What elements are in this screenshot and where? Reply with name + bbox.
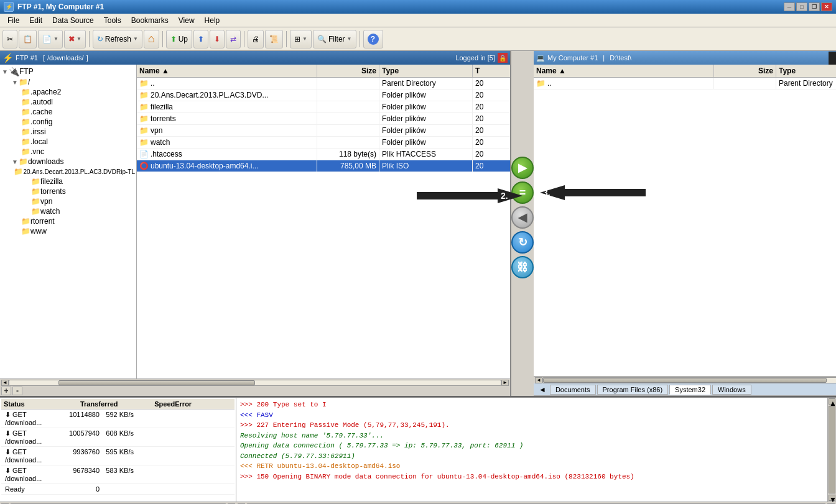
help-icon: ? bbox=[368, 34, 379, 45]
tree-item-downloads[interactable]: ▼ 📁 downloads bbox=[1, 157, 135, 167]
tree-item-rtorrent[interactable]: 📁 rtorrent bbox=[1, 216, 135, 226]
menu-bookmarks[interactable]: Bookmarks bbox=[126, 15, 174, 26]
download-button[interactable]: ⬇ bbox=[210, 30, 225, 48]
right-col-type[interactable]: Type bbox=[776, 65, 836, 77]
transfer-row-ready[interactable]: Ready 0 bbox=[1, 484, 235, 495]
transfer-row-2[interactable]: ⬇ GET /download... 10057940 608 KB/s bbox=[1, 428, 235, 447]
transfer-right-button[interactable]: ▶ bbox=[511, 157, 534, 179]
menu-datasource[interactable]: Data Source bbox=[47, 15, 99, 26]
ftp-file-row-filezilla[interactable]: 📁 filezilla Folder plików 20 bbox=[137, 101, 510, 113]
right-col-size[interactable]: Size bbox=[714, 65, 776, 77]
tree-item-torrents[interactable]: 📁 torrents bbox=[1, 186, 135, 196]
transfer-row-3[interactable]: ⬇ GET /download... 9936760 595 KB/s bbox=[1, 447, 235, 465]
breadcrumb-system32[interactable]: System32 bbox=[669, 385, 711, 395]
ftp-panel-header: ⚡ FTP #1 [ /downloads/ ] Logged in [5] 🔒 bbox=[0, 51, 510, 65]
ftp-lock-button[interactable]: 🔒 bbox=[498, 53, 508, 63]
tree-item-apache2[interactable]: 📁 .apache2 bbox=[1, 87, 135, 97]
tree-item-cache[interactable]: 📁 .cache bbox=[1, 107, 135, 117]
maximize-btn[interactable]: □ bbox=[796, 2, 807, 11]
minimize-btn[interactable]: ─ bbox=[784, 2, 795, 11]
right-scrollbar-thumb[interactable] bbox=[543, 378, 827, 383]
filter-button[interactable]: 🔍 Filter ▼ bbox=[313, 30, 356, 48]
breadcrumb-documents[interactable]: Documents bbox=[550, 385, 596, 395]
tree-item-ftp[interactable]: ▼ 🔌 FTP bbox=[1, 66, 135, 77]
refresh-center-button[interactable]: ↻ bbox=[511, 231, 534, 254]
right-col-name[interactable]: Name ▲ bbox=[534, 65, 714, 77]
history-button[interactable]: 📜 bbox=[265, 30, 283, 48]
ftp-scroll-right[interactable]: ► bbox=[501, 380, 509, 386]
ftp-file-name-20ans: 📁 20.Ans.Decart.2013.PL.AC3.DVD... bbox=[137, 89, 317, 101]
right-file-row-parent[interactable]: 📁 .. Parent Directory bbox=[534, 78, 836, 89]
breadcrumb-programfiles[interactable]: Program Files (x86) bbox=[597, 385, 669, 395]
transfer-left-button[interactable]: ◀ bbox=[511, 206, 534, 229]
help-button[interactable]: ? bbox=[363, 30, 383, 48]
right-scrollbar-h[interactable] bbox=[542, 377, 836, 383]
tree-item-root[interactable]: ▼ 📁 / bbox=[1, 77, 135, 87]
tree-item-vpn[interactable]: 📁 vpn bbox=[1, 196, 135, 206]
right-panel-path: D:\test\ bbox=[610, 54, 631, 62]
tree-item-filezilla[interactable]: 📁 filezilla bbox=[1, 176, 135, 186]
ftp-col-size[interactable]: Size bbox=[317, 65, 379, 77]
ftp-scrollbar-thumb[interactable] bbox=[58, 380, 255, 385]
ftp-scrollbar-h[interactable] bbox=[9, 380, 501, 386]
up-button[interactable]: ⬆ Up bbox=[166, 30, 192, 48]
ftp-add-btn[interactable]: + bbox=[1, 387, 11, 395]
tree-item-autodl[interactable]: 📁 .autodl bbox=[1, 97, 135, 107]
link-button[interactable]: ⛓ bbox=[511, 256, 534, 278]
folder-icon-vpn: 📁 bbox=[31, 197, 40, 206]
folder-label-www: www bbox=[30, 227, 47, 236]
tree-item-local[interactable]: 📁 .local bbox=[1, 137, 135, 147]
transfer-row-4[interactable]: ⬇ GET /download... 9678340 583 KB/s bbox=[1, 465, 235, 484]
tree-item-www[interactable]: 📁 www bbox=[1, 226, 135, 236]
log-scrollbar[interactable]: ▲ ▼ bbox=[827, 398, 836, 502]
refresh-button[interactable]: ↻ Refresh ▼ bbox=[93, 30, 142, 48]
log-scroll-down[interactable]: ▼ bbox=[829, 495, 835, 501]
print-button[interactable]: 🖨 bbox=[248, 30, 264, 48]
ftp-panel-path-text: /downloads/ bbox=[47, 54, 84, 62]
tree-item-config[interactable]: 📁 .config bbox=[1, 117, 135, 127]
folder-icon-row-filezilla: 📁 bbox=[139, 103, 149, 111]
ftp-scroll-left[interactable]: ◄ bbox=[1, 380, 9, 386]
right-panel: 💻 My Computer #1 | D:\test\ 1. D: ▼ ⊞ Na… bbox=[534, 51, 836, 396]
paste-button[interactable]: 📄 ▼ bbox=[38, 30, 63, 48]
t-error-3 bbox=[136, 447, 233, 464]
ftp-file-row-torrents[interactable]: 📁 torrents Folder plików 20 bbox=[137, 113, 510, 125]
log-scroll-up[interactable]: ▲ bbox=[829, 398, 835, 405]
sync-button[interactable]: ⇄ bbox=[226, 30, 241, 48]
menu-edit[interactable]: Edit bbox=[24, 15, 47, 26]
ftp-file-row-parent[interactable]: 📁 .. Parent Directory 20 bbox=[137, 78, 510, 89]
home-button[interactable]: ⌂ bbox=[144, 30, 159, 48]
breadcrumb-windows[interactable]: Windows bbox=[712, 385, 751, 395]
log-scroll-thumb[interactable] bbox=[829, 406, 835, 493]
ftp-col-name[interactable]: Name ▲ bbox=[137, 65, 317, 77]
ftp-tree-view[interactable]: ▼ 🔌 FTP ▼ 📁 / 📁 .apache2 bbox=[0, 65, 137, 378]
ftp-col-time[interactable]: T bbox=[473, 65, 510, 77]
ftp-file-row-ubuntu[interactable]: ⭕ ubuntu-13.04-desktop-amd64.i... 785,00… bbox=[137, 160, 510, 172]
ftp-col-type[interactable]: Type bbox=[379, 65, 473, 77]
equal-button[interactable]: = bbox=[511, 181, 534, 204]
menu-help[interactable]: Help bbox=[200, 15, 225, 26]
upload-button[interactable]: ⬆ bbox=[193, 30, 208, 48]
ftp-file-row-htaccess[interactable]: 📄 .htaccess 118 byte(s) Plik HTACCESS 20 bbox=[137, 149, 510, 160]
ftp-file-row-20ans[interactable]: 📁 20.Ans.Decart.2013.PL.AC3.DVD... Folde… bbox=[137, 89, 510, 101]
tree-item-20ans[interactable]: 📁 20.Ans.Decart.2013.PL.AC3.DVDRip-TL bbox=[1, 167, 135, 176]
tree-item-vnc[interactable]: 📁 .vnc bbox=[1, 147, 135, 157]
delete-button[interactable]: ✖ ▼ bbox=[64, 30, 86, 48]
menu-tools[interactable]: Tools bbox=[99, 15, 126, 26]
view-button[interactable]: ⊞ ▼ bbox=[290, 30, 312, 48]
menu-file[interactable]: File bbox=[2, 15, 24, 26]
cut-button[interactable]: ✂ bbox=[2, 30, 17, 48]
ftp-remove-btn[interactable]: - bbox=[12, 387, 22, 395]
print-icon: 🖨 bbox=[252, 35, 259, 44]
ftp-file-row-vpn[interactable]: 📁 vpn Folder plików 20 bbox=[137, 125, 510, 137]
right-scroll-left[interactable]: ◄ bbox=[535, 377, 542, 383]
menu-view[interactable]: View bbox=[174, 15, 200, 26]
transfer-row-1[interactable]: ⬇ GET /download... 10114880 592 KB/s bbox=[1, 410, 235, 428]
tree-item-irssi[interactable]: 📁 .irssi bbox=[1, 127, 135, 137]
copy-button[interactable]: 📋 bbox=[19, 30, 37, 48]
close-btn[interactable]: ✕ bbox=[821, 2, 832, 11]
restore-btn[interactable]: ❐ bbox=[809, 2, 820, 11]
breadcrumb-left-btn[interactable]: ◄ bbox=[536, 385, 549, 394]
ftp-file-row-watch[interactable]: 📁 watch Folder plików 20 bbox=[137, 137, 510, 149]
tree-item-watch[interactable]: 📁 watch bbox=[1, 206, 135, 216]
